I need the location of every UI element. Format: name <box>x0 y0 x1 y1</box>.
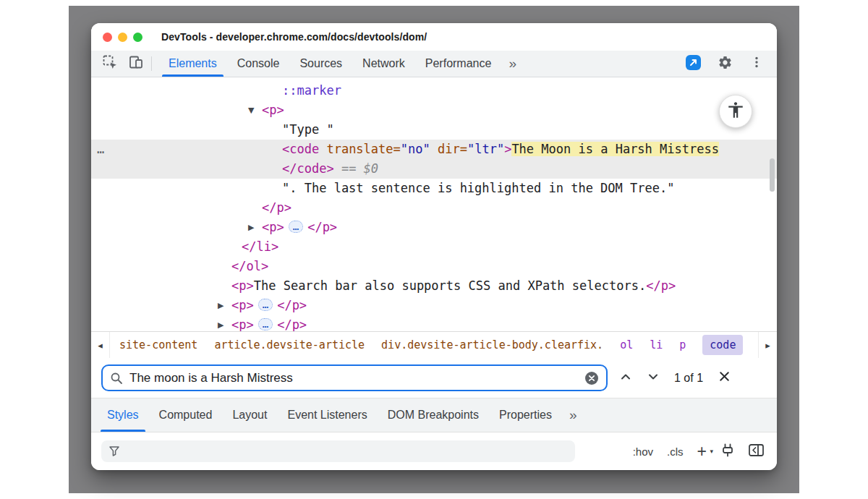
styles-filter-input[interactable] <box>126 445 568 458</box>
tab-elements[interactable]: Elements <box>158 51 227 77</box>
styles-pane-toolbar: :hov .cls + ▾ <box>91 432 777 470</box>
search-controls: 1 of 1 <box>619 370 731 386</box>
dom-tree-node[interactable]: …<code translate="no" dir="ltr">The Moon… <box>91 140 777 159</box>
node-options-dots[interactable]: … <box>97 140 105 159</box>
dom-segment-tag: </code> <box>282 161 334 176</box>
chevron-up-icon <box>619 370 632 386</box>
close-search-button[interactable] <box>718 370 731 386</box>
tab-styles[interactable]: Styles <box>97 398 149 432</box>
breadcrumb-scroll-right-button[interactable]: ▸ <box>758 332 777 358</box>
dom-segment-tag: <p> <box>231 317 254 331</box>
device-toolbar-icon <box>128 54 144 73</box>
tab-layout[interactable]: Layout <box>222 398 277 432</box>
dom-segment-tag: </p> <box>307 220 337 234</box>
gear-icon <box>718 55 733 73</box>
tab-label: Properties <box>499 409 552 422</box>
search-input[interactable] <box>129 371 578 385</box>
panel-tabs: StylesComputedLayoutEvent ListenersDOM B… <box>97 398 562 432</box>
breadcrumb-item-ol[interactable]: ol <box>620 338 633 351</box>
dom-segment-plain: ". The last sentence is highlighted in t… <box>282 181 674 195</box>
window-title: DevTools - developer.chrome.com/docs/dev… <box>161 31 427 43</box>
tab-computed[interactable]: Computed <box>149 398 223 432</box>
close-window-button[interactable] <box>103 33 112 42</box>
dom-tree-line: </li> <box>91 237 777 257</box>
dom-tree-node[interactable]: </code> == $0 <box>91 159 777 179</box>
tab-sources[interactable]: Sources <box>289 51 352 77</box>
clear-search-button[interactable] <box>584 371 599 385</box>
dom-tree-node[interactable]: ::marker <box>91 81 777 101</box>
disclosure-triangle-right-icon[interactable]: ▶ <box>248 218 254 237</box>
inspect-element-button[interactable] <box>97 51 123 77</box>
breadcrumb-item-article-devsite-article[interactable]: article.devsite-article <box>214 338 365 351</box>
dom-tree-line: <p>The Search bar also supports CSS and … <box>91 276 777 296</box>
collapsed-children-button[interactable]: … <box>258 299 273 311</box>
settings-button[interactable] <box>712 55 738 73</box>
collapsed-children-button[interactable]: … <box>289 221 303 233</box>
tab-event-listeners[interactable]: Event Listeners <box>277 398 377 432</box>
breadcrumb-bar: ◂ site-contentarticle.devsite-articlediv… <box>91 331 777 358</box>
dom-tree-line: ▶<p>…</p> <box>91 296 777 315</box>
styles-filter-box <box>101 440 575 462</box>
accessibility-button[interactable] <box>719 95 752 128</box>
dom-tree-node[interactable]: </li> <box>91 237 777 257</box>
chevron-down-icon <box>647 370 660 386</box>
disclosure-triangle-right-icon[interactable]: ▶ <box>218 296 224 315</box>
dom-segment-tag: <p> <box>262 103 284 117</box>
dom-segment-tag: </p> <box>646 278 676 293</box>
breadcrumb-scroll-left-button[interactable]: ◂ <box>91 332 110 358</box>
tab-network[interactable]: Network <box>352 51 415 77</box>
tab-properties[interactable]: Properties <box>489 398 562 432</box>
search-results-count: 1 of 1 <box>674 372 703 385</box>
new-style-rule-button[interactable]: + ▾ <box>697 444 707 459</box>
dom-tree-node[interactable]: ▶<p>…</p> <box>91 296 777 315</box>
tab-dom-breakpoints[interactable]: DOM Breakpoints <box>378 398 489 432</box>
dom-tree-line: ::marker <box>91 81 777 101</box>
accessibility-person-icon <box>726 101 745 122</box>
more-tabs-button[interactable]: » <box>501 56 524 72</box>
minimize-window-button[interactable] <box>118 33 127 42</box>
search-icon <box>110 372 123 385</box>
dom-tree-node[interactable]: "Type " <box>91 120 777 140</box>
dom-segment-attr: dir= <box>438 142 467 156</box>
plug-button[interactable] <box>720 443 735 459</box>
dom-tree-node[interactable]: </p> <box>91 198 777 218</box>
breadcrumb-item-site-content[interactable]: site-content <box>119 338 197 351</box>
tab-label: Sources <box>299 57 342 70</box>
breadcrumb: site-contentarticle.devsite-articlediv.d… <box>110 335 752 355</box>
pseudo-states-toggle[interactable]: :hov <box>633 445 653 458</box>
devtools-window: DevTools - developer.chrome.com/docs/dev… <box>91 23 777 470</box>
dom-segment-pseudo: ::marker <box>282 83 341 98</box>
toggle-sidebar-button[interactable] <box>749 444 764 459</box>
open-in-new-button[interactable] <box>680 54 706 74</box>
breadcrumb-item-div-devsite-article-body-clearfix[interactable]: div.devsite-article-body.clearfix. <box>381 338 603 351</box>
breadcrumb-item-li[interactable]: li <box>650 338 663 351</box>
tab-performance[interactable]: Performance <box>415 51 502 77</box>
tab-console[interactable]: Console <box>227 51 290 77</box>
more-panel-tabs-button[interactable]: » <box>562 407 584 423</box>
zoom-window-button[interactable] <box>133 33 142 42</box>
device-toolbar-button[interactable] <box>123 51 149 77</box>
more-options-button[interactable] <box>744 56 770 72</box>
element-classes-toggle[interactable]: .cls <box>667 445 684 458</box>
breadcrumb-item-code[interactable]: code <box>702 335 743 355</box>
dom-tree-node[interactable]: ▶<p>…</p> <box>91 315 777 331</box>
dom-tree-line: </p> <box>91 198 777 218</box>
disclosure-triangle-right-icon[interactable]: ▶ <box>218 315 224 331</box>
disclosure-triangle-down-icon[interactable]: ▼ <box>248 101 254 120</box>
breadcrumb-item-p[interactable]: p <box>679 338 686 351</box>
dom-search-bar: 1 of 1 <box>91 358 777 398</box>
toolbar-right-actions <box>680 51 777 77</box>
dom-segment-tag: > <box>504 142 511 156</box>
previous-match-button[interactable] <box>619 370 632 386</box>
dom-tree-node[interactable]: </ol> <box>91 257 777 276</box>
dom-segment-plain: "Type " <box>282 122 334 137</box>
collapsed-children-button[interactable]: … <box>258 318 273 330</box>
dom-tree-node[interactable]: ▶<p>…</p> <box>91 218 777 237</box>
plug-icon <box>720 443 735 459</box>
dom-tree-node[interactable]: ". The last sentence is highlighted in t… <box>91 179 777 198</box>
vertical-scrollbar[interactable] <box>770 158 775 192</box>
dom-tree-node[interactable]: ▼<p> <box>91 101 777 120</box>
dom-tree-node[interactable]: <p>The Search bar also supports CSS and … <box>91 276 777 296</box>
next-match-button[interactable] <box>647 370 660 386</box>
elements-dom-tree: ::marker▼<p>"Type "…<code translate="no"… <box>91 77 777 331</box>
